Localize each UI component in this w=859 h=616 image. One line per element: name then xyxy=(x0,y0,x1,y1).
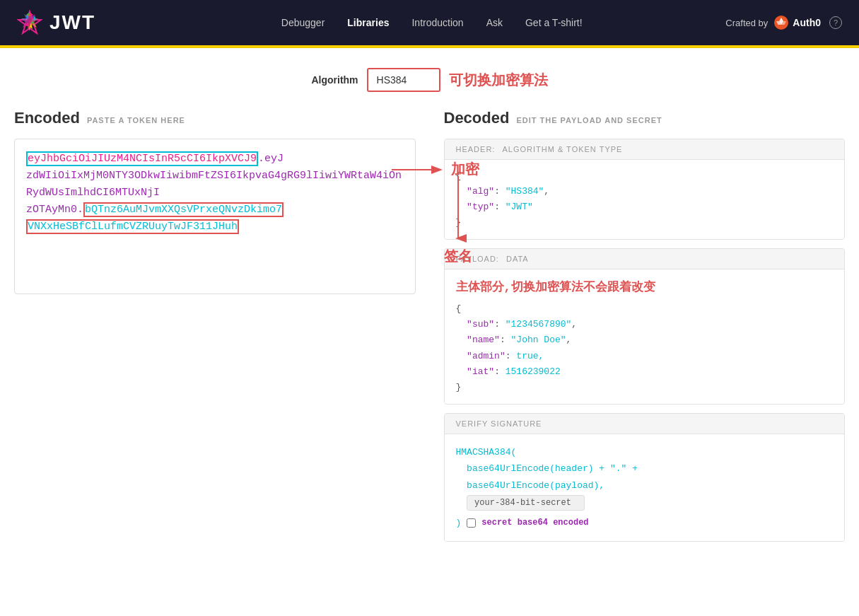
algorithm-row: Algorithm HS256 HS384 HS512 RS256 可切换加密算… xyxy=(0,48,859,109)
token-header: eyJhbGciOiJIUzM4NCIsInR5cCI6IkpXVCJ9 xyxy=(26,151,258,166)
token-sig-line2: VNXxHeSBfClLufmCVZRUuyTwJF311JHuh xyxy=(26,219,239,234)
nav-libraries[interactable]: Libraries xyxy=(347,17,389,28)
encoded-header: Encoded PASTE A TOKEN HERE xyxy=(14,109,416,127)
token-payload-line2: zdWIiOiIxMjM0NTY3ODkwIiwibmFtZSI6IkpvaG4… xyxy=(26,170,402,199)
payload-section-title: PAYLOAD: DATA xyxy=(445,249,845,269)
verify-close: ) xyxy=(456,515,462,531)
encoded-title: Encoded xyxy=(14,109,80,127)
decoded-header: Decoded EDIT THE PAYLOAD AND SECRET xyxy=(444,109,846,127)
encoded-text: eyJhbGciOiJIUzM4NCIsInR5cCI6IkpXVCJ9.eyJ… xyxy=(26,151,404,236)
payload-annotation: 主体部分,切换加密算法不会跟着改变 xyxy=(456,278,834,298)
encrypt-arrow-icon xyxy=(392,161,448,178)
token-sig-line1: bQTnz6AuMJvmXXQsVPrxeQNvzDkimo7 xyxy=(83,202,284,217)
base64-label: secret base64 encoded xyxy=(481,516,588,531)
nav-links: Debugger Libraries Introduction Ask Get … xyxy=(138,17,725,28)
secret-input[interactable] xyxy=(467,495,585,511)
decoded-panel: Decoded EDIT THE PAYLOAD AND SECRET HEAD… xyxy=(437,109,846,550)
token-payload-start: .eyJ xyxy=(258,153,284,165)
crafted-by-text: Crafted by xyxy=(725,18,768,28)
payload-section-body: 主体部分,切换加密算法不会跟着改变 { "sub": "1234567890",… xyxy=(445,269,845,403)
admin-value: true, xyxy=(516,351,544,361)
verify-line1: base64UrlEncode(header) + "." + xyxy=(467,463,638,474)
sign-annotation-area: 签名 xyxy=(430,176,486,266)
sign-label: 签名 xyxy=(444,247,472,266)
header-section-body: { "alg": "HS384", "typ": "JWT" } xyxy=(445,160,845,239)
jwt-logo-icon xyxy=(17,10,42,35)
base64-row: ) secret base64 encoded xyxy=(456,515,834,531)
sub-value: "1234567890" xyxy=(506,319,572,330)
verify-section-title: VERIFY SIGNATURE xyxy=(445,414,845,434)
encoded-subtitle: PASTE A TOKEN HERE xyxy=(87,116,185,124)
auth0-badge: Auth0 xyxy=(773,15,821,30)
base64-checkbox[interactable] xyxy=(467,518,476,528)
auth0-icon xyxy=(773,15,789,30)
info-icon[interactable]: ? xyxy=(829,16,842,29)
nav-ask[interactable]: Ask xyxy=(486,17,503,28)
algorithm-label: Algorithm xyxy=(311,74,358,86)
main-content: Encoded PASTE A TOKEN HERE eyJhbGciOiJIU… xyxy=(0,109,859,564)
token-payload-line3: zOTAyMn0. xyxy=(26,204,83,216)
nav-tshirt[interactable]: Get a T-shirt! xyxy=(525,17,583,28)
navbar: JWT Debugger Libraries Introduction Ask … xyxy=(0,0,859,45)
decoded-subtitle: EDIT THE PAYLOAD AND SECRET xyxy=(516,116,662,124)
nav-debugger[interactable]: Debugger xyxy=(281,17,325,28)
nav-introduction[interactable]: Introduction xyxy=(411,17,463,28)
payload-section: PAYLOAD: DATA 主体部分,切换加密算法不会跟着改变 { "sub":… xyxy=(444,248,846,404)
name-value: "John Doe" xyxy=(511,335,566,345)
verify-func: HMACSHA384( xyxy=(456,447,517,458)
brand-text: JWT xyxy=(49,11,95,34)
header-section: HEADER: ALGORITHM & TOKEN TYPE { "alg": … xyxy=(444,139,846,240)
auth0-label: Auth0 xyxy=(793,17,821,28)
brand: JWT xyxy=(17,10,95,35)
encoded-panel: Encoded PASTE A TOKEN HERE eyJhbGciOiJIU… xyxy=(14,109,437,550)
crafted-by: Crafted by Auth0 ? xyxy=(725,15,842,30)
typ-value: "JWT" xyxy=(506,202,533,212)
algorithm-select[interactable]: HS256 HS384 HS512 RS256 xyxy=(368,69,439,91)
algorithm-hint: 可切换加密算法 xyxy=(449,71,548,90)
iat-value: 1516239022 xyxy=(506,366,561,377)
alg-value: "HS384" xyxy=(506,186,544,197)
sign-arrow-icon xyxy=(430,176,486,247)
verify-section-body: HMACSHA384( base64UrlEncode(header) + ".… xyxy=(445,434,845,542)
verify-section: VERIFY SIGNATURE HMACSHA384( base64UrlEn… xyxy=(444,413,846,542)
encoded-box[interactable]: eyJhbGciOiJIUzM4NCIsInR5cCI6IkpXVCJ9.eyJ… xyxy=(14,139,416,294)
header-section-title: HEADER: ALGORITHM & TOKEN TYPE xyxy=(445,139,845,160)
verify-line2: base64UrlEncode(payload), xyxy=(467,480,604,491)
algorithm-select-wrapper: HS256 HS384 HS512 RS256 xyxy=(367,68,440,92)
decoded-title: Decoded xyxy=(444,109,510,127)
